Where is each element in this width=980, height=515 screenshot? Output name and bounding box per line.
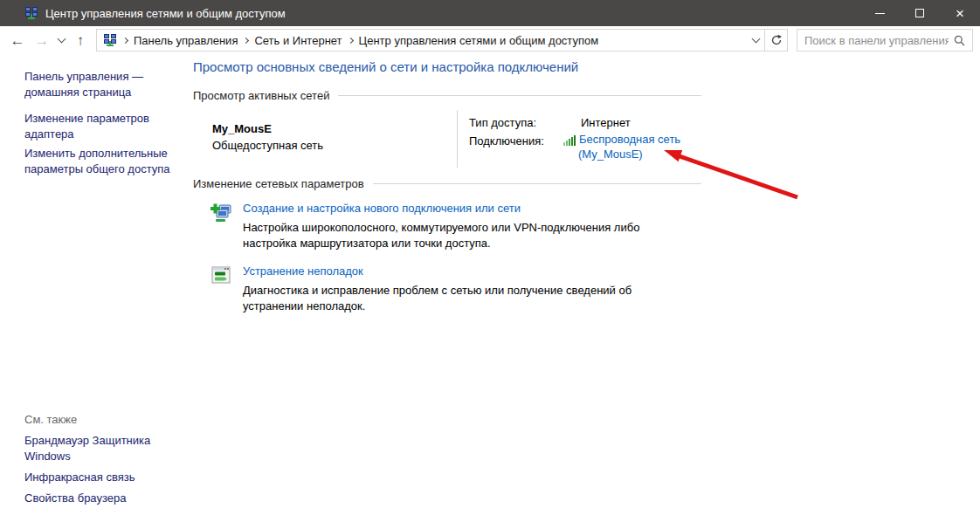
access-type-label: Тип доступа: — [469, 116, 536, 129]
maximize-icon — [915, 9, 924, 17]
network-center-icon — [103, 33, 117, 47]
breadcrumb-item-network-center[interactable]: Центр управления сетями и общим доступом — [359, 34, 599, 47]
search-input[interactable] — [804, 34, 949, 47]
active-network-block: My_MousE Общедоступная сеть Тип доступа:… — [193, 110, 701, 168]
breadcrumb-item-control-panel[interactable]: Панель управления — [134, 34, 238, 47]
title-bar: Центр управления сетями и общим доступом… — [0, 0, 980, 26]
network-center-icon — [24, 6, 38, 20]
search-icon — [954, 35, 965, 46]
sidebar-item-change-adapter-settings[interactable]: Изменение параметров адаптера — [24, 111, 183, 142]
breadcrumb-chevron-icon — [123, 38, 128, 43]
section-title: Изменение сетевых параметров — [193, 177, 364, 190]
maximize-button[interactable] — [900, 0, 940, 26]
breadcrumb-chevron-icon — [244, 38, 248, 43]
connections-label: Подключения: — [469, 134, 544, 148]
address-bar[interactable]: Панель управления Сеть и Интернет Центр … — [96, 29, 788, 52]
chevron-down-icon — [57, 35, 66, 44]
sidebar-item-infrared[interactable]: Инфракрасная связь — [24, 470, 183, 485]
new-connection-description: Настройка широкополосного, коммутируемог… — [243, 220, 684, 251]
vertical-divider — [457, 110, 458, 168]
network-name: My_MousE — [212, 122, 323, 135]
address-dropdown-button[interactable] — [747, 38, 764, 42]
chevron-down-icon — [751, 35, 760, 44]
minimize-button[interactable] — [859, 0, 900, 26]
page-title: Просмотр основных сведений о сети и наст… — [193, 59, 701, 74]
list-item-troubleshoot: Устранение неполадок Диагностика и испра… — [193, 264, 701, 314]
troubleshoot-icon[interactable] — [210, 264, 232, 287]
forward-button[interactable]: → — [33, 33, 51, 48]
troubleshoot-link[interactable]: Устранение неполадок — [243, 264, 684, 278]
close-button[interactable]: × — [940, 0, 980, 26]
wireless-network-link-ssid[interactable]: (My_MousE) — [578, 148, 643, 161]
breadcrumb-chevron-icon — [349, 38, 353, 43]
section-title: Просмотр активных сетей — [193, 89, 329, 102]
window-title: Центр управления сетями и общим доступом — [45, 7, 286, 20]
close-icon: × — [956, 6, 964, 21]
sidebar-item-browser-properties[interactable]: Свойства браузера — [24, 491, 183, 506]
main-content: Просмотр основных сведений о сети и наст… — [193, 54, 701, 314]
sidebar-item-advanced-sharing-settings[interactable]: Изменить дополнительные параметры общего… — [24, 146, 183, 177]
new-connection-link[interactable]: Создание и настройка нового подключения … — [243, 202, 684, 215]
navigation-toolbar: ← → ↑ Панель управления Сеть и Интернет … — [0, 26, 980, 54]
section-divider — [338, 95, 701, 96]
see-also-header: См. также — [24, 412, 183, 428]
sidebar-see-also: См. также Брандмауэр Защитника Windows И… — [24, 412, 183, 512]
network-category: Общедоступная сеть — [212, 139, 323, 152]
access-type-value: Интернет — [581, 116, 631, 129]
section-network-settings: Изменение сетевых параметров — [193, 177, 701, 190]
refresh-button[interactable] — [764, 30, 787, 51]
back-button[interactable]: ← — [9, 33, 26, 48]
search-box[interactable] — [797, 29, 973, 52]
history-dropdown-button[interactable] — [54, 38, 68, 42]
new-connection-icon[interactable] — [210, 202, 232, 224]
annotation-arrow — [646, 131, 812, 209]
breadcrumb-item-network-internet[interactable]: Сеть и Интернет — [254, 34, 342, 47]
sidebar-item-windows-firewall[interactable]: Брандмауэр Защитника Windows — [24, 433, 183, 464]
refresh-icon — [770, 34, 783, 46]
section-active-networks: Просмотр активных сетей — [193, 89, 701, 102]
minimize-icon — [875, 13, 885, 14]
list-item-new-connection: Создание и настройка нового подключения … — [193, 202, 701, 251]
up-button[interactable]: ↑ — [72, 33, 89, 48]
troubleshoot-description: Диагностика и исправление проблем с сеть… — [243, 283, 684, 314]
sidebar-item-control-panel-home[interactable]: Панель управления — домашняя страница — [24, 69, 183, 100]
wifi-signal-icon — [563, 135, 576, 146]
sidebar: Панель управления — домашняя страница Из… — [24, 69, 183, 188]
